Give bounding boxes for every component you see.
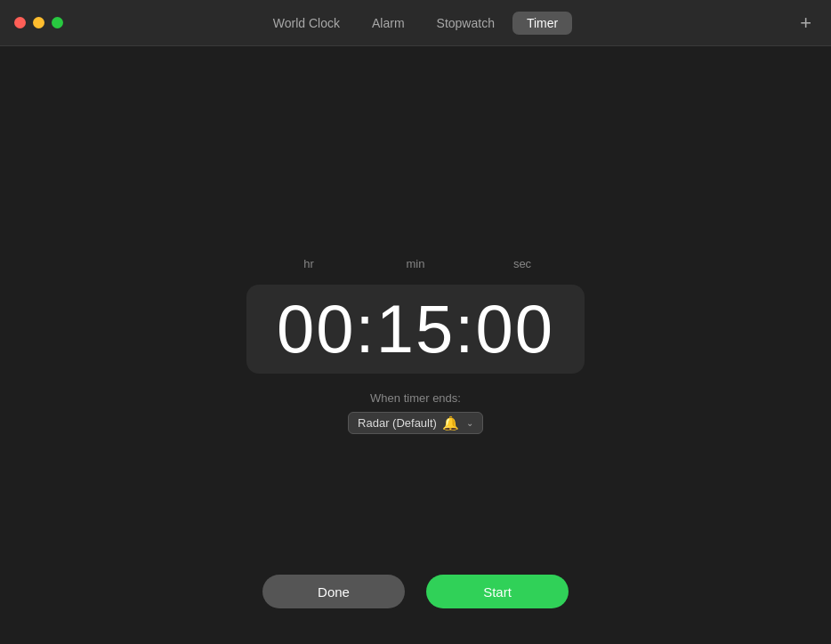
time-labels: hr min sec [246,257,585,270]
label-hr: hr [273,257,344,270]
bell-icon: 🔔 [442,416,459,430]
label-sec: sec [487,257,558,270]
bottom-buttons: Done Start [0,575,831,608]
close-button[interactable] [14,17,26,28]
tab-stopwatch[interactable]: Stopwatch [423,12,509,35]
maximize-button[interactable] [52,17,63,28]
tab-timer[interactable]: Timer [512,12,572,35]
timer-digits: 00:15:00 [277,295,554,363]
sound-selector-text: Radar (Default) [358,416,437,430]
timer-end-label: When timer ends: [370,391,461,405]
timer-section: hr min sec 00:15:00 When timer ends: Rad… [246,257,585,434]
add-button[interactable]: + [795,12,817,35]
tab-bar: World Clock Alarm Stopwatch Timer [259,12,572,35]
start-button[interactable]: Start [426,575,569,608]
timer-display[interactable]: 00:15:00 [246,285,585,374]
tab-alarm[interactable]: Alarm [358,12,419,35]
done-button[interactable]: Done [262,575,405,608]
minimize-button[interactable] [33,17,44,28]
timer-end-section: When timer ends: Radar (Default) 🔔 ⌄ [348,391,483,434]
tab-world-clock[interactable]: World Clock [259,12,354,35]
label-min: min [380,257,451,270]
main-content: hr min sec 00:15:00 When timer ends: Rad… [0,46,831,644]
sound-selector[interactable]: Radar (Default) 🔔 ⌄ [348,412,483,434]
window-controls [14,17,63,28]
titlebar: World Clock Alarm Stopwatch Timer + [0,0,831,46]
chevron-down-icon: ⌄ [466,418,473,428]
